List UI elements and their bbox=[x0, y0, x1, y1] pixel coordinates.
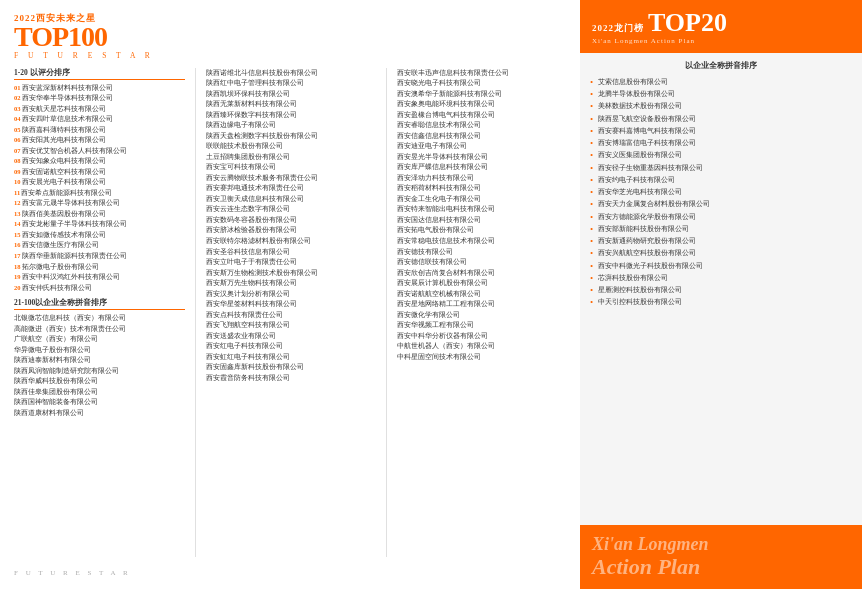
list-item: 西安诺航航空机械有限公司 bbox=[397, 289, 568, 300]
right-list-item: 美林数据技术股份有限公司 bbox=[590, 100, 852, 112]
top100-label: TOP100 bbox=[14, 23, 154, 51]
right-sub-label: Xi'an Longmen Action Plan bbox=[592, 37, 850, 45]
col1-items2: 北银微芯信息科技（西安）有限公司高能微进（西安）技术有限责任公司广联航空（西安）… bbox=[14, 313, 185, 418]
col-divider-2 bbox=[386, 68, 387, 558]
list-item: 西安云腾物联技术服务有限责任公司 bbox=[206, 173, 377, 184]
list-item: 华异微电子股份有限公司 bbox=[14, 345, 185, 356]
list-item: 西安微化学有限公司 bbox=[397, 310, 568, 321]
right-list-item: 龙腾半导体股份有限公司 bbox=[590, 88, 852, 100]
list-item: 03西安航天星芯科技有限公司 bbox=[14, 104, 185, 115]
list-item: 西安澳希华子新能源科技有限公司 bbox=[397, 89, 568, 100]
list-item: 陕西边缘电子有限公司 bbox=[206, 120, 377, 131]
list-item: 广联航空（西安）有限公司 bbox=[14, 334, 185, 345]
right-list-item: 西安方德能源化学股份有限公司 bbox=[590, 211, 852, 223]
right-list-item: 西安中科微光子科技股份有限公司 bbox=[590, 260, 852, 272]
right-header: 2022龙门榜 TOP20 Xi'an Longmen Action Plan bbox=[580, 0, 862, 53]
list-item: 西安特来智能出电科技有限公司 bbox=[397, 204, 568, 215]
list-item: 02西安华奉半导体科技有限公司 bbox=[14, 93, 185, 104]
list-item: 19西安中科汉鸿红外科技有限公司 bbox=[14, 272, 185, 283]
list-item: 西安汉奥计划分析有限公司 bbox=[206, 289, 377, 300]
list-item: 西安联特尔格滤材料股份有限公司 bbox=[206, 236, 377, 247]
left-panel: 2022西安未来之星 TOP100 F U T U R E S T A R 1-… bbox=[0, 0, 580, 589]
list-item: 西安点科技有限责任公司 bbox=[206, 310, 377, 321]
col2: 陕西诺维北斗信息科技股份有限公司陕西红中电子管理科技有限公司陕西凯坝环保科技有限… bbox=[206, 68, 377, 558]
list-item: 18拓尔微电子股份有限公司 bbox=[14, 262, 185, 273]
list-item: 西安信鑫信息科技有限公司 bbox=[397, 131, 568, 142]
list-item: 陕西迪泰新材料有限公司 bbox=[14, 355, 185, 366]
right-list-item: 西安新通药物研究股份有限公司 bbox=[590, 235, 852, 247]
list-item: 西安睿聪信息技术有限公司 bbox=[397, 120, 568, 131]
list-item: 陕西天盘检测数字科技股份有限公司 bbox=[206, 131, 377, 142]
list-item: 中航世机器人（西安）有限公司 bbox=[397, 341, 568, 352]
list-item: 西安宝可科技有限公司 bbox=[206, 162, 377, 173]
right-list-item: 西安华芝光电科技有限公司 bbox=[590, 186, 852, 198]
right-list-item: 西安天力金属复合材料股份有限公司 bbox=[590, 198, 852, 210]
list-item: 陕西诺维北斗信息科技股份有限公司 bbox=[206, 68, 377, 79]
list-item: 西安赛邦电通技术有限责任公司 bbox=[206, 183, 377, 194]
list-item: 09西安固诺航空科技有限公司 bbox=[14, 167, 185, 178]
list-item: 西安金工生化电子有限公司 bbox=[397, 194, 568, 205]
list-item: 西安晓光电子科技有限公司 bbox=[397, 78, 568, 89]
col-divider-1 bbox=[195, 68, 196, 558]
list-item: 13陕西佰美基因股份有限公司 bbox=[14, 209, 185, 220]
list-item: 陕西凯坝环保科技有限公司 bbox=[206, 89, 377, 100]
col3-items: 西安联丰迅声信息科技有限责任公司西安晓光电子科技有限公司西安澳希华子新能源科技有… bbox=[397, 68, 568, 363]
right-list-item: 星雁测控科技股份有限公司 bbox=[590, 284, 852, 296]
section-title-2: 21-100以企业全称拼音排序 bbox=[14, 298, 185, 310]
list-item: 07西安优艾智合机器人科技有限公司 bbox=[14, 146, 185, 157]
list-item: 西安斯万生物检测技术股份有限公司 bbox=[206, 268, 377, 279]
right-panel: 2022龙门榜 TOP20 Xi'an Longmen Action Plan … bbox=[580, 0, 862, 589]
list-item: 西安迪亚电子有限公司 bbox=[397, 141, 568, 152]
list-item: 04西安四叶草信息技术有限公司 bbox=[14, 114, 185, 125]
list-item: 西安昱光半导体科技有限公司 bbox=[397, 152, 568, 163]
list-item: 西安稻荷材料科技有限公司 bbox=[397, 183, 568, 194]
list-item: 西安华星签材料科技有限公司 bbox=[206, 299, 377, 310]
list-item: 西安展辰计算机股份有限公司 bbox=[397, 278, 568, 289]
list-item: 17陕西华垂新能源科技有限责任公司 bbox=[14, 251, 185, 262]
list-item: 陕西道康材料有限公司 bbox=[14, 408, 185, 419]
list-item: 11西安希点新能源科技有限公司 bbox=[14, 188, 185, 199]
list-item: 西安云连生态数字有限公司 bbox=[206, 204, 377, 215]
footer-text-line2: Action Plan bbox=[592, 555, 700, 579]
top20-label: TOP20 bbox=[648, 10, 727, 36]
list-item: 陕西红中电子管理科技有限公司 bbox=[206, 78, 377, 89]
right-list-item: 西安约电子科技有限公司 bbox=[590, 174, 852, 186]
list-item: 西安拓电气股份有限公司 bbox=[397, 225, 568, 236]
list-item: 西安斯万先生物科技有限公司 bbox=[206, 278, 377, 289]
left-title-block: 2022西安未来之星 TOP100 F U T U R E S T A R bbox=[14, 14, 154, 60]
list-item: 联联能技术股份有限公司 bbox=[206, 141, 377, 152]
list-item: 西安德信联技有限公司 bbox=[397, 257, 568, 268]
list-item: 西安象奥电能环境科技有限公司 bbox=[397, 99, 568, 110]
list-item: 陕西佳皋集团股份有限公司 bbox=[14, 387, 185, 398]
list-item: 西安泽动力科技有限公司 bbox=[397, 173, 568, 184]
col2-items: 陕西诺维北斗信息科技股份有限公司陕西红中电子管理科技有限公司陕西凯坝环保科技有限… bbox=[206, 68, 377, 384]
list-item: 中科星固空间技术有限公司 bbox=[397, 352, 568, 363]
list-item: 高能微进（西安）技术有限责任公司 bbox=[14, 324, 185, 335]
bottom-label: F U T U R E S T A R bbox=[14, 569, 131, 577]
section-title-1: 1-20 以评分排序 bbox=[14, 68, 185, 80]
list-item: 西安盈橡台博电气科技有限公司 bbox=[397, 110, 568, 121]
list-item: 西安送盛农业有限公司 bbox=[206, 331, 377, 342]
list-item: 08西安知象众电科技有限公司 bbox=[14, 156, 185, 167]
right-section-title: 以企业全称拼音排序 bbox=[590, 61, 852, 71]
list-item: 西安红电子科技有限公司 bbox=[206, 341, 377, 352]
right-list-item: 西安博瑞富信电子科技有限公司 bbox=[590, 137, 852, 149]
list-item: 西安飞翔航空科技有限公司 bbox=[206, 320, 377, 331]
list-item: 西安星地网络精工工程有限公司 bbox=[397, 299, 568, 310]
list-item: 西安德技有限公司 bbox=[397, 247, 568, 258]
list-item: 西安圣谷科技信息有限公司 bbox=[206, 247, 377, 258]
list-item: 西安中科华分析仪器有限公司 bbox=[397, 331, 568, 342]
list-item: 西安卫衡天成信息科技有限公司 bbox=[206, 194, 377, 205]
list-item: 陕西凤润智能制造研究院有限公司 bbox=[14, 366, 185, 377]
right-list-item: 陕西昱飞航空设备股份有限公司 bbox=[590, 113, 852, 125]
list-item: 12西安富元晟半导体科技有限公司 bbox=[14, 198, 185, 209]
col1: 1-20 以评分排序 01西安蓝深新材料科技有限公司02西安华奉半导体科技有限公… bbox=[14, 68, 185, 558]
list-item: 01西安蓝深新材料科技有限公司 bbox=[14, 83, 185, 94]
list-item: 西安库严蝶信息科技有限公司 bbox=[397, 162, 568, 173]
right-items: 艾索信息股份有限公司龙腾半导体股份有限公司美林数据技术股份有限公司陕西昱飞航空设… bbox=[590, 76, 852, 308]
right-list-item: 西安兴航航空科技股份有限公司 bbox=[590, 247, 852, 259]
list-item: 西安脐冰检验器股份有限公司 bbox=[206, 225, 377, 236]
list-item: 西安常稳电技信息技术有限公司 bbox=[397, 236, 568, 247]
right-list-item: 西安径子生物重基因科技有限公司 bbox=[590, 162, 852, 174]
list-item: 10西安晨光电子科技有限公司 bbox=[14, 177, 185, 188]
